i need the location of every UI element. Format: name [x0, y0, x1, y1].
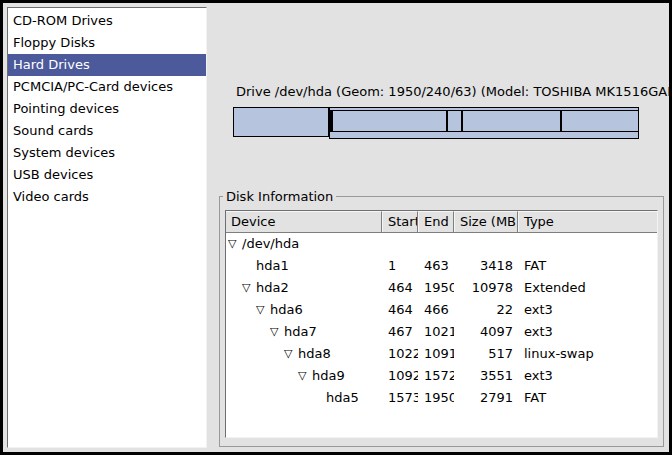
sidebar-item-usb-devices[interactable]: USB devices — [8, 164, 206, 186]
partition-segment-hda5 — [561, 110, 639, 132]
end-cell — [418, 233, 454, 255]
size-cell — [454, 233, 518, 255]
end-cell: 463 — [418, 255, 454, 277]
column-header-end[interactable]: End — [418, 211, 454, 232]
device-name: hda1 — [256, 255, 289, 277]
expander-open-icon[interactable]: ▽ — [228, 233, 242, 255]
type-cell: ext3 — [518, 299, 657, 321]
drive-label: Drive /dev/hda (Geom: 1950/240/63) (Mode… — [233, 84, 639, 100]
sidebar-item-pcmcia-pc-card-devices[interactable]: PCMCIA/PC-Card devices — [8, 76, 206, 98]
start-cell: 464 — [382, 277, 418, 299]
start-cell: 464 — [382, 299, 418, 321]
partition-segment-hda7 — [332, 110, 447, 132]
sidebar-item-cd-rom-drives[interactable]: CD-ROM Drives — [8, 10, 206, 32]
column-header-device[interactable]: Device — [226, 211, 382, 232]
size-cell: 3551 — [454, 365, 518, 387]
start-cell — [382, 233, 418, 255]
device-name: hda2 — [256, 277, 289, 299]
sidebar-item-pointing-devices[interactable]: Pointing devices — [8, 98, 206, 120]
partition-segment-hda9 — [462, 110, 561, 132]
type-cell: Extended — [518, 277, 657, 299]
device-name: /dev/hda — [242, 233, 299, 255]
type-cell: FAT — [518, 255, 657, 277]
sidebar-item-floppy-disks[interactable]: Floppy Disks — [8, 32, 206, 54]
expander-open-icon[interactable]: ▽ — [298, 365, 312, 387]
start-cell: 1 — [382, 255, 418, 277]
end-cell: 1950 — [418, 277, 454, 299]
size-cell: 3418 — [454, 255, 518, 277]
column-header-size-mb[interactable]: Size (MB) — [454, 211, 518, 232]
table-row-hda1[interactable]: hda114633418FAT — [226, 255, 657, 277]
table-header-row: DeviceStartEndSize (MB)Type — [226, 211, 657, 233]
size-cell: 517 — [454, 343, 518, 365]
size-cell: 22 — [454, 299, 518, 321]
device-name: hda8 — [298, 343, 331, 365]
column-header-type[interactable]: Type — [518, 211, 657, 232]
table-row-hda9[interactable]: ▽hda9109215723551ext3 — [226, 365, 657, 387]
expander-open-icon[interactable]: ▽ — [242, 277, 256, 299]
type-cell: ext3 — [518, 365, 657, 387]
device-cell: ▽hda2 — [226, 277, 382, 299]
device-cell: hda1 — [226, 255, 382, 277]
size-cell: 10978 — [454, 277, 518, 299]
sidebar-item-sound-cards[interactable]: Sound cards — [8, 120, 206, 142]
end-cell: 1950 — [418, 387, 454, 409]
disk-information-frame-label: Disk Information — [223, 189, 336, 205]
end-cell: 1572 — [418, 365, 454, 387]
sidebar-item-video-cards[interactable]: Video cards — [8, 186, 206, 208]
table-row-hda7[interactable]: ▽hda746710214097ext3 — [226, 321, 657, 343]
type-cell: ext3 — [518, 321, 657, 343]
disk-information-table: DeviceStartEndSize (MB)Type ▽/dev/hdahda… — [225, 210, 658, 438]
sidebar-item-hard-drives[interactable]: Hard Drives — [8, 54, 206, 76]
logical-partitions-row — [330, 110, 638, 132]
type-cell — [518, 233, 657, 255]
size-cell: 4097 — [454, 321, 518, 343]
end-cell: 466 — [418, 299, 454, 321]
device-cell: ▽hda8 — [226, 343, 382, 365]
end-cell: 1091 — [418, 343, 454, 365]
hardware-browser-window: CD-ROM DrivesFloppy DisksHard DrivesPCMC… — [0, 0, 672, 455]
size-cell: 2791 — [454, 387, 518, 409]
column-header-start[interactable]: Start — [382, 211, 418, 232]
table-row-hda2[interactable]: ▽hda2464195010978Extended — [226, 277, 657, 299]
start-cell: 1022 — [382, 343, 418, 365]
expander-open-icon[interactable]: ▽ — [284, 343, 298, 365]
sidebar-item-system-devices[interactable]: System devices — [8, 142, 206, 164]
start-cell: 1092 — [382, 365, 418, 387]
table-row-hda6[interactable]: ▽hda646446622ext3 — [226, 299, 657, 321]
table-body: ▽/dev/hdahda114633418FAT▽hda246419501097… — [226, 233, 657, 437]
start-cell: 1573 — [382, 387, 418, 409]
partition-bar — [233, 107, 639, 139]
device-cell: hda5 — [226, 387, 382, 409]
table-row-dev-hda[interactable]: ▽/dev/hda — [226, 233, 657, 255]
device-name: hda7 — [284, 321, 317, 343]
drive-section: Drive /dev/hda (Geom: 1950/240/63) (Mode… — [233, 84, 639, 139]
device-name: hda5 — [326, 387, 359, 409]
type-cell: FAT — [518, 387, 657, 409]
partition-segment-hda8 — [447, 110, 461, 132]
device-name: hda9 — [312, 365, 345, 387]
end-cell: 1021 — [418, 321, 454, 343]
table-row-hda5[interactable]: hda5157319502791FAT — [226, 387, 657, 409]
partition-segment-hda1 — [233, 107, 329, 137]
type-cell: linux-swap — [518, 343, 657, 365]
table-row-hda8[interactable]: ▽hda810221091517linux-swap — [226, 343, 657, 365]
main-panel: Drive /dev/hda (Geom: 1950/240/63) (Mode… — [216, 3, 664, 447]
start-cell: 467 — [382, 321, 418, 343]
device-name: hda6 — [270, 299, 303, 321]
device-cell: ▽hda6 — [226, 299, 382, 321]
device-category-list: CD-ROM DrivesFloppy DisksHard DrivesPCMC… — [7, 7, 207, 448]
partition-segment-hda2 — [329, 107, 639, 139]
device-cell: ▽/dev/hda — [226, 233, 382, 255]
disk-information-frame: Disk Information DeviceStartEndSize (MB)… — [219, 196, 664, 447]
expander-open-icon[interactable]: ▽ — [270, 321, 284, 343]
device-cell: ▽hda7 — [226, 321, 382, 343]
expander-open-icon[interactable]: ▽ — [256, 299, 270, 321]
device-cell: ▽hda9 — [226, 365, 382, 387]
